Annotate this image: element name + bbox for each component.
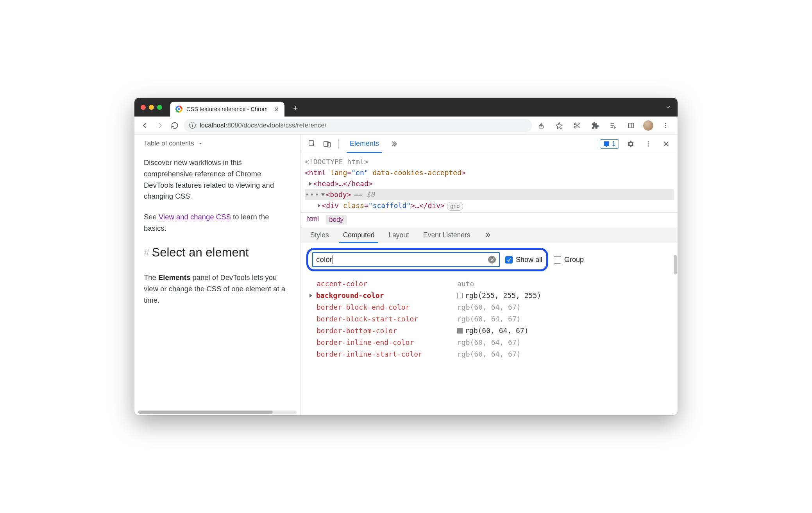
group-checkbox[interactable]: Group: [554, 256, 584, 264]
svg-marker-14: [199, 143, 202, 145]
property-row[interactable]: border-block-end-color rgb(60, 64, 67): [309, 301, 678, 313]
computed-tab[interactable]: Computed: [337, 227, 381, 243]
div-scaffold-node[interactable]: <div class="scaffold">…</div>grid: [305, 200, 674, 211]
close-window-button[interactable]: [141, 105, 146, 110]
new-tab-button[interactable]: +: [293, 103, 298, 113]
filter-value: color: [316, 255, 332, 264]
event-listeners-tab[interactable]: Event Listeners: [417, 227, 477, 243]
page-content: Table of contents Discover new workflows…: [134, 135, 301, 415]
filter-input[interactable]: color ✕: [312, 252, 500, 267]
window-controls: [141, 105, 162, 110]
forward-button[interactable]: [154, 120, 166, 131]
inspect-element-icon[interactable]: [306, 137, 319, 151]
disclosure-triangle-icon[interactable]: [309, 182, 312, 186]
clear-filter-icon[interactable]: ✕: [488, 256, 496, 264]
grid-badge[interactable]: grid: [447, 202, 463, 211]
toc-label: Table of contents: [144, 138, 194, 149]
tab-title: CSS features reference - Chrom: [186, 106, 268, 112]
text-caret: [333, 255, 333, 264]
content-area: Table of contents Discover new workflows…: [134, 135, 678, 415]
kebab-menu-icon[interactable]: [642, 137, 655, 151]
issues-badge[interactable]: 1: [600, 139, 619, 149]
svg-point-11: [665, 123, 666, 124]
checkbox-checked-icon: [505, 256, 513, 264]
scissors-icon[interactable]: [571, 120, 583, 131]
color-swatch-icon[interactable]: [457, 293, 463, 298]
ellipsis-icon[interactable]: •••: [305, 189, 320, 200]
breadcrumb-body[interactable]: body: [326, 215, 347, 224]
reload-button[interactable]: [169, 120, 181, 131]
chevron-down-icon: [198, 141, 203, 146]
devtools-toolbar: Elements 1: [301, 135, 678, 153]
share-icon[interactable]: [535, 120, 547, 131]
issues-count: 1: [612, 140, 615, 147]
chrome-menu-icon[interactable]: [660, 120, 671, 131]
property-row[interactable]: accent-color auto: [309, 278, 678, 289]
view-change-css-link[interactable]: View and change CSS: [159, 213, 231, 221]
extensions-icon[interactable]: [589, 120, 601, 131]
svg-marker-1: [556, 122, 563, 129]
reading-list-icon[interactable]: [607, 120, 619, 131]
svg-point-19: [648, 143, 649, 144]
body-node-selected[interactable]: •••<body>== $0: [305, 189, 674, 200]
elements-tab[interactable]: Elements: [343, 135, 385, 153]
property-row[interactable]: background-color rgb(255, 255, 255): [309, 289, 678, 301]
more-tabs-icon[interactable]: [387, 137, 400, 151]
profile-avatar[interactable]: [643, 120, 653, 131]
property-row[interactable]: border-inline-start-color rgb(60, 64, 67…: [309, 348, 678, 360]
maximize-window-button[interactable]: [157, 105, 162, 110]
browser-tab[interactable]: CSS features reference - Chrom ✕: [170, 102, 284, 117]
svg-point-2: [574, 123, 576, 125]
checkbox-unchecked-icon: [554, 256, 561, 264]
devtools-panel: Elements 1: [301, 135, 678, 415]
horizontal-scrollbar[interactable]: [138, 411, 297, 414]
html-node[interactable]: <html lang="en" data-cookies-accepted>: [305, 167, 674, 178]
address-bar[interactable]: i localhost:8080/docs/devtools/css/refer…: [184, 119, 532, 132]
device-toolbar-icon[interactable]: [320, 137, 334, 151]
toc-toggle[interactable]: Table of contents: [144, 138, 291, 149]
property-row[interactable]: border-block-start-color rgb(60, 64, 67): [309, 313, 678, 325]
breadcrumb-html[interactable]: html: [306, 215, 319, 224]
body-paragraph: The Elements panel of DevTools lets you …: [144, 272, 291, 306]
svg-point-18: [648, 141, 649, 142]
back-button[interactable]: [139, 120, 151, 131]
styles-tab[interactable]: Styles: [304, 227, 335, 243]
vertical-scrollbar[interactable]: [674, 255, 677, 274]
minimize-window-button[interactable]: [149, 105, 154, 110]
site-info-icon[interactable]: i: [189, 122, 196, 129]
svg-point-3: [574, 126, 576, 128]
disclosure-triangle-icon[interactable]: [318, 204, 320, 208]
disclosure-triangle-icon[interactable]: [309, 294, 312, 298]
browser-window: CSS features reference - Chrom ✕ + i loc…: [134, 98, 678, 415]
computed-controls: color ✕ Show all Group: [301, 243, 678, 276]
svg-rect-15: [309, 140, 314, 145]
computed-properties-list: accent-color auto background-color rgb(2…: [301, 276, 678, 360]
bookmark-star-icon[interactable]: [553, 120, 565, 131]
settings-gear-icon[interactable]: [624, 137, 637, 151]
dom-breadcrumb: html body: [301, 212, 678, 227]
more-subtabs-icon[interactable]: [481, 228, 494, 242]
show-all-checkbox[interactable]: Show all: [505, 256, 542, 264]
highlighted-filter-region: color ✕ Show all: [306, 248, 548, 271]
issues-icon: [603, 141, 610, 147]
layout-tab[interactable]: Layout: [382, 227, 415, 243]
chrome-favicon-icon: [175, 106, 182, 113]
svg-point-13: [665, 127, 666, 128]
property-row[interactable]: border-inline-end-color rgb(60, 64, 67): [309, 336, 678, 348]
dom-tree[interactable]: <!DOCTYPE html> <html lang="en" data-coo…: [301, 153, 678, 212]
titlebar: CSS features reference - Chrom ✕ +: [134, 98, 678, 117]
url-text: localhost:8080/docs/devtools/css/referen…: [200, 122, 326, 129]
head-node[interactable]: <head>…</head>: [305, 178, 674, 189]
intro-paragraph: Discover new workflows in this comprehen…: [144, 157, 291, 202]
close-tab-button[interactable]: ✕: [274, 106, 279, 113]
browser-toolbar: i localhost:8080/docs/devtools/css/refer…: [134, 117, 678, 135]
separator: [338, 139, 339, 149]
close-devtools-icon[interactable]: [660, 137, 673, 151]
color-swatch-icon[interactable]: [457, 328, 463, 334]
tabs-overflow-button[interactable]: [665, 104, 671, 110]
disclosure-triangle-icon[interactable]: [321, 193, 325, 196]
doctype-node[interactable]: <!DOCTYPE html>: [305, 156, 674, 167]
property-row[interactable]: border-bottom-color rgb(60, 64, 67): [309, 325, 678, 336]
side-panel-icon[interactable]: [625, 120, 637, 131]
dollar-zero-label: == $0: [354, 189, 375, 200]
